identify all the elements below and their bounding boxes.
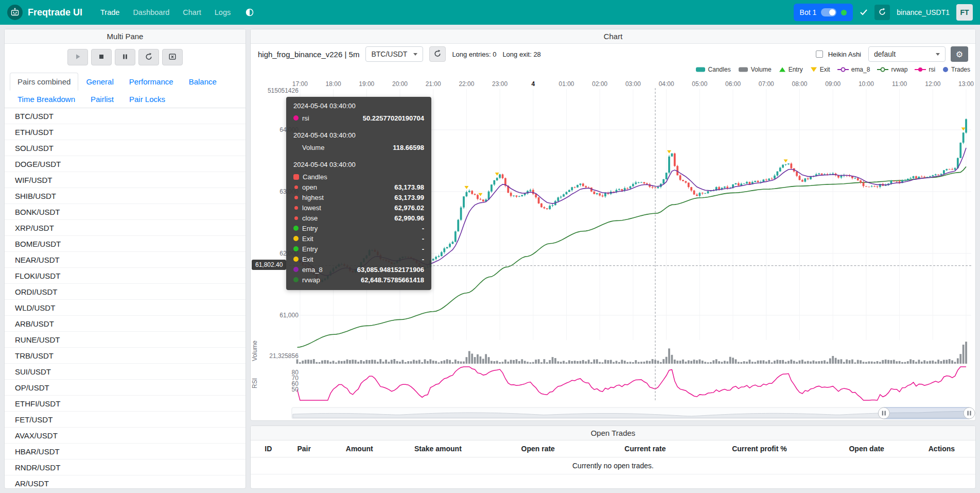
svg-text:12:00: 12:00 (925, 80, 940, 88)
plot-config-select[interactable]: default (868, 46, 946, 62)
chart-area: CandlesVolumeEntryExitema_8rvwaprsiTrade… (251, 64, 975, 420)
datazoom-handle-icon[interactable] (878, 407, 889, 419)
tooltip-marker-icon (293, 277, 299, 282)
bot-name: Bot 1 (800, 8, 817, 16)
legend-item-entry[interactable]: Entry (779, 66, 803, 73)
legend-label: Exit (820, 66, 830, 73)
tooltip-timestamp: 2024-05-04 03:40:00 (293, 131, 424, 139)
pair-list-item[interactable]: AR/USDT (5, 475, 246, 488)
svg-text:4: 4 (531, 80, 535, 88)
pair-list-item[interactable]: BTC/USDT (5, 108, 246, 124)
nav-item-chart[interactable]: Chart (177, 5, 206, 20)
tooltip-row: lowest62,976.02 (293, 202, 424, 213)
chart-panel: Chart high_frog_binance_v226 | 5m BTC/US… (250, 29, 976, 421)
theme-toggle-icon[interactable] (246, 8, 254, 16)
pair-list-item[interactable]: AVAX/USDT (5, 428, 246, 444)
reload-button[interactable] (138, 49, 159, 65)
pair-list-item[interactable]: HBAR/USDT (5, 444, 246, 460)
play-button[interactable] (67, 49, 88, 65)
legend-label: rsi (929, 66, 935, 73)
tooltip-value: 62,990.96 (394, 214, 424, 222)
pair-list-item[interactable]: NEAR/USDT (5, 252, 246, 268)
legend-item-candles[interactable]: Candles (695, 66, 731, 73)
legend-marker-volume-icon (738, 66, 748, 73)
pair-list-item[interactable]: TRB/USDT (5, 348, 246, 364)
bot-selector[interactable]: Bot 1 (794, 4, 853, 21)
legend-item-ema-8[interactable]: ema_8 (837, 66, 870, 73)
bot-running-toggle[interactable] (821, 8, 836, 16)
legend-label: Entry (789, 66, 803, 73)
column-header-current-profit-: Current profit % (699, 445, 820, 453)
pair-list-item[interactable]: WLD/USDT (5, 300, 246, 316)
pair-list-item[interactable]: RUNE/USDT (5, 332, 246, 348)
legend-label: Volume (751, 66, 772, 73)
pair-list-item[interactable]: ETH/USDT (5, 124, 246, 140)
close-window-button[interactable] (162, 49, 183, 65)
plot-settings-button[interactable]: ⚙ (951, 46, 968, 62)
pair-list-item[interactable]: FLOKI/USDT (5, 268, 246, 284)
tooltip-value: - (422, 256, 424, 263)
tab-balance[interactable]: Balance (181, 73, 224, 91)
tooltip-label: open (302, 183, 317, 191)
pair-list-item[interactable]: ETHFI/USDT (5, 396, 246, 412)
chart-toolbar: high_frog_binance_v226 | 5m BTC/USDT Lon… (251, 44, 975, 64)
column-header-id: ID (256, 445, 281, 453)
nav-item-dashboard[interactable]: Dashboard (127, 5, 175, 20)
tab-performance[interactable]: Performance (121, 73, 181, 91)
pair-select-value: BTC/USDT (371, 50, 407, 58)
close-window-icon (168, 53, 177, 62)
pair-select[interactable]: BTC/USDT (365, 46, 423, 62)
pair-list-item[interactable]: FET/USDT (5, 412, 246, 428)
tooltip-value: 63,173.99 (394, 194, 424, 201)
global-refresh-button[interactable] (874, 5, 890, 20)
tab-pairlist[interactable]: Pairlist (83, 90, 121, 108)
pair-list-item[interactable]: SHIB/USDT (5, 188, 246, 204)
pair-list-item[interactable]: RNDR/USDT (5, 460, 246, 475)
nav-item-trade[interactable]: Trade (95, 5, 125, 20)
legend-item-rvwap[interactable]: rvwap (877, 66, 907, 73)
heikin-ashi-label: Heikin Ashi (828, 50, 861, 58)
nav-item-logs[interactable]: Logs (209, 5, 236, 20)
tab-general[interactable]: General (78, 73, 121, 91)
tooltip-marker-icon (294, 196, 298, 199)
datazoom-slider[interactable] (292, 407, 975, 419)
legend-item-trades[interactable]: Trades (942, 66, 970, 73)
svg-text:09:00: 09:00 (825, 80, 841, 88)
chart-refresh-button[interactable] (429, 46, 446, 62)
brand[interactable]: Freqtrade UI (7, 5, 82, 20)
datazoom-handle-icon[interactable] (964, 407, 975, 419)
svg-text:08:00: 08:00 (792, 80, 807, 88)
tooltip-row: ema_863,085.948152171906 (293, 264, 424, 275)
legend-item-volume[interactable]: Volume (738, 66, 772, 73)
legend-marker-ema-8-icon (837, 66, 849, 73)
legend-item-exit[interactable]: Exit (810, 66, 830, 73)
avatar[interactable]: FT (956, 4, 973, 21)
svg-text:03:00: 03:00 (625, 80, 641, 88)
pair-list-item[interactable]: ARB/USDT (5, 316, 246, 332)
pair-list-item[interactable]: WIF/USDT (5, 172, 246, 188)
tooltip-label: Volume (302, 144, 324, 151)
pair-list-item[interactable]: BOME/USDT (5, 236, 246, 252)
pair-list-item[interactable]: DOGE/USDT (5, 156, 246, 172)
top-navbar: Freqtrade UI TradeDashboardChartLogs Bot… (0, 0, 980, 25)
tab-time-breakdown[interactable]: Time Breakdown (10, 90, 83, 108)
pause-button[interactable] (115, 49, 135, 65)
legend-label: Trades (951, 66, 970, 73)
legend-item-rsi[interactable]: rsi (915, 66, 935, 73)
pair-list-item[interactable]: SUI/USDT (5, 364, 246, 380)
legend-marker-trades-icon (942, 66, 949, 73)
stop-button[interactable] (91, 49, 112, 65)
svg-text:50: 50 (292, 386, 299, 393)
pair-list-item[interactable]: OP/USDT (5, 380, 246, 396)
pair-list-item[interactable]: XRP/USDT (5, 220, 246, 236)
chart-toolbar-right: Heikin Ashi default ⚙ (816, 46, 968, 62)
chart-legend: CandlesVolumeEntryExitema_8rvwaprsiTrade… (695, 66, 970, 73)
pair-list-item[interactable]: SOL/USDT (5, 140, 246, 156)
tab-pairs-combined[interactable]: Pairs combined (10, 73, 78, 91)
pair-list-item[interactable]: BONK/USDT (5, 204, 246, 220)
tab-pair-locks[interactable]: Pair Locks (121, 90, 173, 108)
nav-items: TradeDashboardChartLogs (95, 5, 236, 20)
tooltip-row: open63,173.98 (293, 182, 424, 192)
heikin-ashi-checkbox[interactable] (816, 50, 823, 58)
pair-list-item[interactable]: ORDI/USDT (5, 284, 246, 300)
